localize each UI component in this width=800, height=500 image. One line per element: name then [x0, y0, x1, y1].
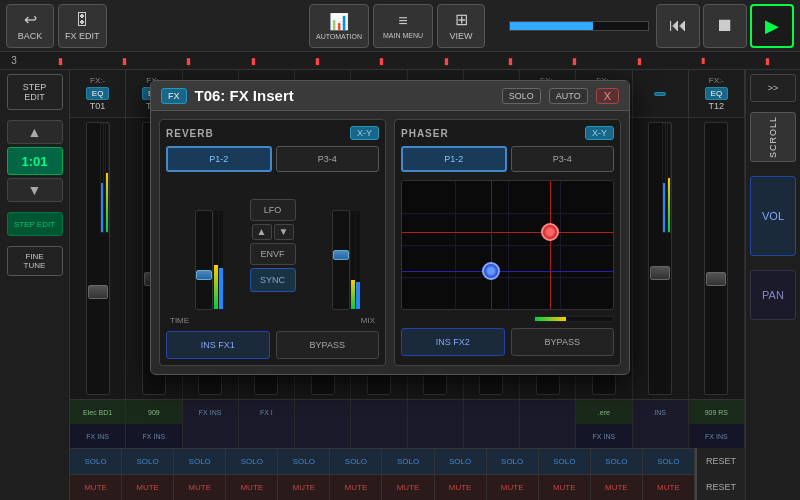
reset-mute-button[interactable]: RESET — [695, 474, 745, 500]
envf-button[interactable]: ENVF — [250, 243, 296, 265]
fader-11[interactable] — [648, 122, 672, 395]
reset-solo-button[interactable]: RESET — [695, 448, 745, 474]
mute-btn-5[interactable]: MUTE — [278, 474, 330, 500]
channel-fxins-11[interactable] — [633, 424, 689, 448]
mute-btn-10[interactable]: MUTE — [539, 474, 591, 500]
channel-fxins-6[interactable] — [351, 424, 407, 448]
channel-fx-6[interactable] — [464, 400, 520, 424]
channel-fx-7[interactable] — [520, 400, 576, 424]
reverb-tab-p12[interactable]: P1-2 — [166, 146, 272, 172]
channel-fxins-9[interactable] — [520, 424, 576, 448]
mute-btn-4[interactable]: MUTE — [226, 474, 278, 500]
fx-close-button[interactable]: X — [596, 88, 619, 104]
mute-btn-2[interactable]: MUTE — [122, 474, 174, 500]
phaser-bypass-button[interactable]: BYPASS — [511, 328, 615, 356]
phaser-tab-p12[interactable]: P1-2 — [401, 146, 507, 172]
channel-fxins-2[interactable]: FX INS — [126, 424, 182, 448]
solo-btn-4[interactable]: SOLO — [226, 448, 278, 474]
phaser-xy-button[interactable]: X-Y — [585, 126, 614, 140]
reverb-fader-1[interactable] — [195, 210, 213, 310]
reverb-bypass-button[interactable]: BYPASS — [276, 331, 380, 359]
sync-button[interactable]: SYNC — [250, 268, 296, 292]
lfo-button[interactable]: LFO — [250, 199, 296, 221]
reverb-xy-button[interactable]: X-Y — [350, 126, 379, 140]
mute-btn-12[interactable]: MUTE — [643, 474, 695, 500]
mute-btn-1[interactable]: MUTE — [70, 474, 122, 500]
phaser-header: PHASER X-Y — [401, 126, 614, 140]
mute-btn-6[interactable]: MUTE — [330, 474, 382, 500]
view-button[interactable]: ⊞ VIEW — [437, 4, 485, 48]
xy-dot-red[interactable] — [541, 223, 559, 241]
eq-button-1[interactable]: EQ — [86, 87, 110, 100]
vol-button[interactable]: VOL — [750, 176, 796, 256]
stop-button[interactable]: ⏹ — [703, 4, 747, 48]
channel-fx-8[interactable]: INS — [633, 400, 689, 424]
mute-btn-11[interactable]: MUTE — [591, 474, 643, 500]
channel-fxins-8[interactable] — [464, 424, 520, 448]
back-button[interactable]: ↩ BACK — [6, 4, 54, 48]
mute-row: MUTE MUTE MUTE MUTE MUTE MUTE MUTE MUTE … — [70, 474, 745, 500]
reverb-fader-2[interactable] — [332, 210, 350, 310]
rewind-icon: ⏮ — [669, 15, 687, 36]
fx-modal-tab[interactable]: FX — [161, 88, 187, 104]
channel-fx-5[interactable] — [408, 400, 464, 424]
pan-button[interactable]: PAN — [750, 270, 796, 320]
automation-button[interactable]: 📊 AUTOMATION — [309, 4, 369, 48]
play-button[interactable]: ▶ — [750, 4, 794, 48]
rewind-button[interactable]: ⏮ — [656, 4, 700, 48]
solo-btn-6[interactable]: SOLO — [330, 448, 382, 474]
channel-fx-3[interactable] — [295, 400, 351, 424]
fine-tune-button[interactable]: FINETUNE — [7, 246, 63, 276]
fx-auto-button[interactable]: AUTO — [549, 88, 588, 104]
channel-fx-4[interactable] — [351, 400, 407, 424]
solo-btn-5[interactable]: SOLO — [278, 448, 330, 474]
channel-fxins-7[interactable] — [408, 424, 464, 448]
channel-fx-1[interactable]: FX INS — [183, 400, 239, 424]
channel-fxins-10[interactable]: FX INS — [576, 424, 632, 448]
automation-icon: 📊 — [329, 12, 349, 31]
fader-1[interactable] — [86, 122, 110, 395]
channel-fxins-4[interactable] — [239, 424, 295, 448]
scroll-button[interactable]: SCROLL — [750, 112, 796, 162]
eq-button-12[interactable]: EQ — [705, 87, 729, 100]
ins-fx2-button[interactable]: INS FX2 — [401, 328, 505, 356]
channel-fxins-12[interactable]: FX INS — [689, 424, 745, 448]
xy-dot-blue[interactable] — [482, 262, 500, 280]
mute-btn-7[interactable]: MUTE — [382, 474, 434, 500]
solo-btn-8[interactable]: SOLO — [435, 448, 487, 474]
channel-fxins-5[interactable] — [295, 424, 351, 448]
reverb-tab-p34[interactable]: P3-4 — [276, 146, 380, 172]
arrow-down-small[interactable]: ▼ — [274, 224, 294, 240]
fader-12[interactable] — [704, 122, 728, 395]
channel-fx-2[interactable]: FX I — [239, 400, 295, 424]
solo-btn-11[interactable]: SOLO — [591, 448, 643, 474]
eq-button-11[interactable] — [654, 92, 666, 96]
arrow-up-small[interactable]: ▲ — [252, 224, 272, 240]
arrow-down-button[interactable]: ▼ — [7, 178, 63, 202]
mute-btn-9[interactable]: MUTE — [487, 474, 539, 500]
solo-btn-10[interactable]: SOLO — [539, 448, 591, 474]
phaser-section: PHASER X-Y P1-2 P3-4 — [394, 119, 621, 366]
solo-btn-12[interactable]: SOLO — [643, 448, 695, 474]
right-arrow-button[interactable]: >> — [750, 74, 796, 102]
phaser-tab-p34[interactable]: P3-4 — [511, 146, 615, 172]
mute-btn-3[interactable]: MUTE — [174, 474, 226, 500]
solo-btn-3[interactable]: SOLO — [174, 448, 226, 474]
top-toolbar: ↩ BACK 🎛 FX EDIT 📊 AUTOMATION ≡ MAIN MEN… — [0, 0, 800, 52]
channel-fxins-3[interactable] — [183, 424, 239, 448]
mute-btn-8[interactable]: MUTE — [435, 474, 487, 500]
phaser-xy-grid[interactable] — [401, 180, 614, 310]
channel-fxins-1[interactable]: FX INS — [70, 424, 126, 448]
ins-fx1-button[interactable]: INS FX1 — [166, 331, 270, 359]
arrow-up-button[interactable]: ▲ — [7, 120, 63, 144]
step-edit-top-button[interactable]: STEPEDIT — [7, 74, 63, 110]
solo-btn-1[interactable]: SOLO — [70, 448, 122, 474]
solo-btn-9[interactable]: SOLO — [487, 448, 539, 474]
fx-edit-button[interactable]: 🎛 FX EDIT — [58, 4, 107, 48]
step-edit-label[interactable]: STEP EDIT — [7, 212, 63, 236]
progress-bar[interactable] — [509, 21, 649, 31]
solo-btn-7[interactable]: SOLO — [382, 448, 434, 474]
main-menu-button[interactable]: ≡ MAIN MENU — [373, 4, 433, 48]
solo-btn-2[interactable]: SOLO — [122, 448, 174, 474]
fx-solo-button[interactable]: SOLO — [502, 88, 541, 104]
